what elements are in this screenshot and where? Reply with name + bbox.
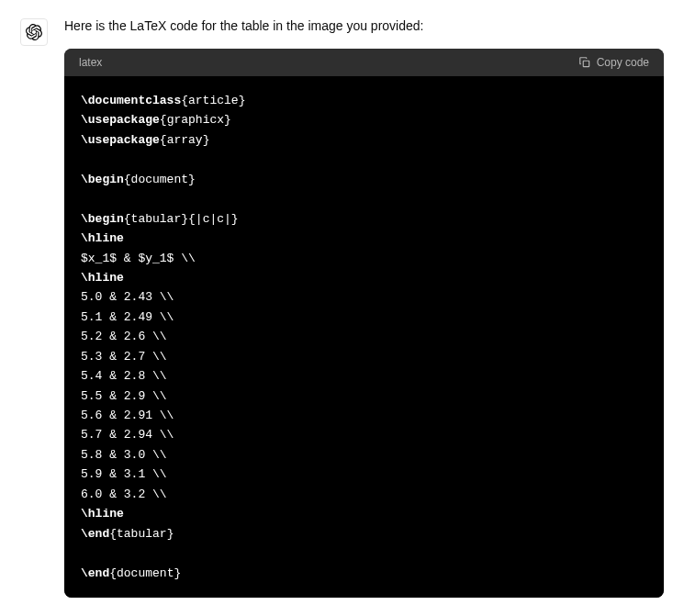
openai-logo-icon [26,24,42,40]
code-content[interactable]: \documentclass{article} \usepackage{grap… [64,76,664,598]
code-header: latex Copy code [64,49,664,76]
assistant-avatar [20,18,48,46]
copy-icon [578,56,591,69]
message-content: Here is the LaTeX code for the table in … [64,17,664,598]
code-language-label: latex [79,56,102,69]
svg-rect-0 [583,61,589,66]
copy-code-button[interactable]: Copy code [578,56,649,69]
copy-code-label: Copy code [597,56,649,69]
code-block: latex Copy code \documentclass{article} … [64,49,664,598]
assistant-message: Here is the LaTeX code for the table in … [20,17,664,598]
intro-text: Here is the LaTeX code for the table in … [64,17,664,36]
